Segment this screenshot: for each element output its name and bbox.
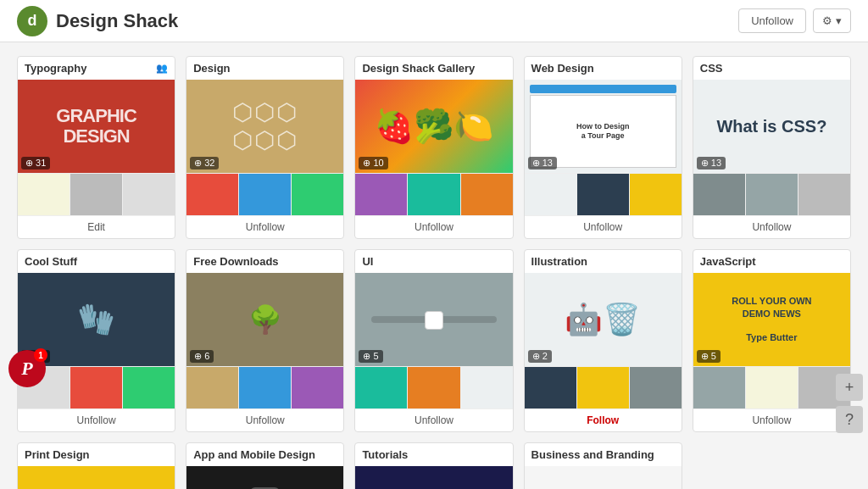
board-thumbs-design-shack-gallery bbox=[355, 173, 512, 215]
board-thumbs-css bbox=[693, 173, 850, 215]
board-title-tutorials: Tutorials bbox=[362, 448, 408, 461]
board-title-cool-stuff: Cool Stuff bbox=[25, 255, 77, 268]
board-title-business-branding: Business and Branding bbox=[531, 448, 654, 461]
board-thumb-ui-1[interactable] bbox=[408, 367, 460, 408]
board-thumb-illustration-2[interactable] bbox=[630, 367, 682, 408]
board-thumb-typography-1[interactable] bbox=[70, 174, 123, 215]
board-main-image-typography[interactable]: GRAPHICDESIGN⊕ 31 bbox=[18, 80, 175, 173]
header-gear-button[interactable]: ⚙ ▾ bbox=[813, 8, 851, 33]
board-card-typography: Typography👥GRAPHICDESIGN⊕ 31Edit bbox=[17, 56, 175, 239]
board-main-image-javascript[interactable]: ROLL YOUR OWNDEMO NEWSType Butter⊕ 5 bbox=[693, 273, 850, 366]
board-thumb-javascript-0[interactable] bbox=[693, 367, 746, 408]
board-thumbs-typography bbox=[18, 173, 175, 215]
help-button[interactable]: ? bbox=[836, 406, 863, 433]
board-main-image-design-shack-gallery[interactable]: 🍓🥦🍋⊕ 10 bbox=[355, 80, 512, 173]
gear-chevron: ▾ bbox=[836, 14, 842, 27]
board-header-javascript: JavaScript bbox=[693, 250, 850, 273]
board-thumb-design-shack-gallery-1[interactable] bbox=[408, 174, 460, 215]
board-unfollow-button-css[interactable]: Unfollow bbox=[752, 221, 791, 233]
board-thumb-typography-0[interactable] bbox=[18, 174, 70, 215]
users-icon: 👥 bbox=[156, 63, 168, 74]
board-title-app-mobile-design: App and Mobile Design bbox=[193, 448, 315, 461]
board-thumbs-free-downloads bbox=[186, 366, 343, 408]
board-thumb-illustration-0[interactable] bbox=[525, 367, 577, 408]
board-footer-illustration: Follow bbox=[525, 408, 682, 431]
board-main-image-css[interactable]: What is CSS?⊕ 13 bbox=[693, 80, 850, 173]
board-main-image-web-design[interactable]: How to Designa Tour Page⊕ 13 bbox=[525, 80, 682, 173]
board-footer-typography: Edit bbox=[18, 215, 175, 238]
board-thumb-design-2[interactable] bbox=[292, 174, 343, 215]
board-card-ui: UI⊕ 5Unfollow bbox=[354, 249, 513, 432]
board-thumb-css-1[interactable] bbox=[746, 174, 798, 215]
board-main-image-print-design[interactable]: ⚠ △ ☠ bbox=[18, 466, 175, 489]
board-card-tutorials: TutorialsSimple Content━━━━━━━━Tutorials bbox=[354, 442, 513, 489]
board-thumb-css-2[interactable] bbox=[798, 174, 850, 215]
board-unfollow-button-web-design[interactable]: Unfollow bbox=[583, 221, 622, 233]
board-unfollow-button-free-downloads[interactable]: Unfollow bbox=[246, 414, 285, 426]
board-main-image-free-downloads[interactable]: 🌳⊕ 6 bbox=[186, 273, 343, 366]
board-thumb-cool-stuff-2[interactable] bbox=[123, 367, 175, 408]
add-button[interactable]: + bbox=[836, 374, 863, 401]
board-thumb-css-0[interactable] bbox=[693, 174, 746, 215]
board-unfollow-button-design-shack-gallery[interactable]: Unfollow bbox=[415, 221, 453, 233]
header-unfollow-button[interactable]: Unfollow bbox=[738, 8, 806, 33]
board-thumb-web-design-0[interactable] bbox=[525, 174, 577, 215]
board-header-typography: Typography👥 bbox=[18, 57, 175, 80]
board-edit-button-typography[interactable]: Edit bbox=[87, 221, 105, 233]
board-thumb-design-1[interactable] bbox=[239, 174, 292, 215]
board-unfollow-button-design[interactable]: Unfollow bbox=[246, 221, 285, 233]
board-card-business-branding: Business and BrandingMake aCOMIC SANSCRI… bbox=[524, 442, 682, 489]
header-right: Unfollow ⚙ ▾ bbox=[738, 8, 851, 33]
board-follow-button-illustration[interactable]: Follow bbox=[587, 414, 619, 426]
board-title-typography: Typography bbox=[25, 62, 86, 75]
board-thumb-free-downloads-1[interactable] bbox=[239, 367, 292, 408]
board-header-illustration: Illustration bbox=[525, 250, 682, 273]
board-card-free-downloads: Free Downloads🌳⊕ 6Unfollow bbox=[186, 249, 344, 432]
board-header-tutorials: Tutorials bbox=[355, 443, 512, 466]
board-thumb-free-downloads-2[interactable] bbox=[292, 367, 343, 408]
board-thumb-design-shack-gallery-0[interactable] bbox=[355, 174, 408, 215]
board-card-app-mobile-design: App and Mobile Design📱 bbox=[186, 442, 344, 489]
board-thumb-web-design-2[interactable] bbox=[630, 174, 682, 215]
boards-grid: Typography👥GRAPHICDESIGN⊕ 31EditDesign⬡⬡… bbox=[0, 42, 868, 489]
board-title-illustration: Illustration bbox=[531, 255, 587, 268]
board-thumb-illustration-1[interactable] bbox=[577, 367, 630, 408]
board-thumb-typography-2[interactable] bbox=[123, 174, 175, 215]
board-main-image-business-branding[interactable]: Make aCOMIC SANSCRIMINAL bbox=[525, 466, 682, 489]
board-unfollow-button-cool-stuff[interactable]: Unfollow bbox=[77, 414, 116, 426]
pinterest-button[interactable]: P 1 bbox=[8, 350, 46, 387]
board-thumb-design-0[interactable] bbox=[186, 174, 239, 215]
board-title-ui: UI bbox=[362, 255, 373, 268]
board-footer-web-design: Unfollow bbox=[525, 215, 682, 238]
board-main-image-design[interactable]: ⬡⬡⬡⬡⬡⬡⊕ 32 bbox=[186, 80, 343, 173]
board-header-design-shack-gallery: Design Shack Gallery bbox=[355, 57, 512, 80]
board-thumb-design-shack-gallery-2[interactable] bbox=[461, 174, 513, 215]
site-title: Design Shack bbox=[56, 10, 178, 32]
board-unfollow-button-javascript[interactable]: Unfollow bbox=[752, 414, 791, 426]
board-unfollow-button-ui[interactable]: Unfollow bbox=[415, 414, 453, 426]
board-thumb-ui-2[interactable] bbox=[461, 367, 513, 408]
board-thumbs-illustration bbox=[525, 366, 682, 408]
board-main-image-app-mobile-design[interactable]: 📱 bbox=[186, 466, 343, 489]
board-title-javascript: JavaScript bbox=[700, 255, 756, 268]
board-main-image-illustration[interactable]: 🤖🗑️⊕ 2 bbox=[525, 273, 682, 366]
board-thumbs-ui bbox=[355, 366, 512, 408]
board-main-image-ui[interactable]: ⊕ 5 bbox=[355, 273, 512, 366]
board-card-cool-stuff: Cool Stuff🧤⊕ 13Unfollow bbox=[17, 249, 175, 432]
board-footer-free-downloads: Unfollow bbox=[186, 408, 343, 431]
board-thumb-cool-stuff-1[interactable] bbox=[70, 367, 123, 408]
board-header-design: Design bbox=[186, 57, 343, 80]
board-footer-css: Unfollow bbox=[693, 215, 850, 238]
board-footer-design: Unfollow bbox=[186, 215, 343, 238]
board-header-print-design: Print Design bbox=[18, 443, 175, 466]
board-main-image-tutorials[interactable]: Simple Content━━━━━━━━Tutorials bbox=[355, 466, 512, 489]
board-thumb-javascript-1[interactable] bbox=[746, 367, 798, 408]
board-card-web-design: Web DesignHow to Designa Tour Page⊕ 13Un… bbox=[524, 56, 682, 239]
board-thumbs-web-design bbox=[525, 173, 682, 215]
board-title-print-design: Print Design bbox=[25, 448, 90, 461]
board-thumb-ui-0[interactable] bbox=[355, 367, 408, 408]
board-title-css: CSS bbox=[700, 62, 723, 75]
board-thumb-web-design-1[interactable] bbox=[577, 174, 630, 215]
board-header-web-design: Web Design bbox=[525, 57, 682, 80]
board-thumb-free-downloads-0[interactable] bbox=[186, 367, 239, 408]
